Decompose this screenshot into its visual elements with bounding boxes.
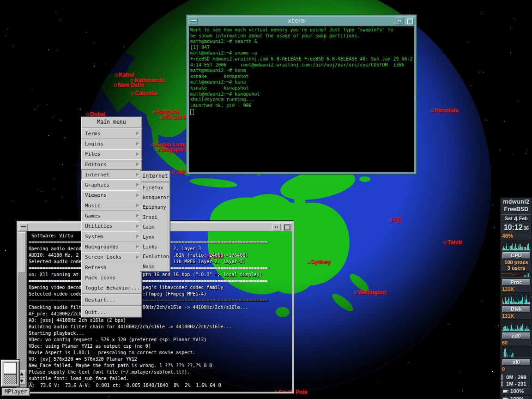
xterm-titlebar[interactable]: xterm	[188, 16, 415, 25]
mplayer-desktop-icon[interactable]	[1, 360, 19, 387]
menu-item-terms[interactable]: Terms	[81, 128, 142, 139]
graph-bar	[510, 349, 510, 357]
maximize-button[interactable]	[405, 18, 414, 24]
city-label: Dubai	[90, 111, 105, 117]
terminal-line: ksnake ksnapshot	[190, 74, 414, 80]
menu-item-refresh[interactable]: Refresh	[81, 262, 142, 272]
desktop: KabulKathmanduNew DelhiCalcuttaDubaiBang…	[0, 0, 532, 399]
iconify-button[interactable]	[189, 18, 198, 24]
graph-baseline	[502, 249, 530, 249]
menu-item-label: Toggle Behavior...	[85, 285, 140, 291]
menu-item-screen-locks[interactable]: Screen Locks	[81, 252, 142, 262]
terminal-line: VDec: vo config request - 576 x 320 (pre…	[29, 337, 292, 343]
submenu-item-links[interactable]: Links	[140, 242, 170, 251]
mplayer-icon-label[interactable]: MPlayer	[2, 388, 30, 396]
submenu-item-lynx[interactable]: Lynx	[140, 232, 170, 242]
main-menu-title: Main menu	[82, 117, 141, 128]
main-menu: Main menu TermsLoginsFilesEditorsInterne…	[81, 117, 142, 317]
menu-item-toggle-behavior[interactable]: Toggle Behavior...	[81, 283, 142, 293]
submenu-item-evolution[interactable]: Evolution	[140, 252, 170, 261]
xterm-output-area[interactable]: Want to see how much virtual memory you'…	[189, 26, 414, 172]
graph-bar	[530, 272, 530, 277]
date-month: Feb	[519, 216, 528, 221]
text-cursor	[190, 109, 194, 115]
graph-bar	[508, 354, 508, 357]
xl0-value: 0	[501, 366, 532, 372]
menu-item-logins[interactable]: Logins	[81, 139, 142, 149]
memory-row: 0M - 398	[502, 375, 531, 380]
city-marker-icon	[389, 218, 392, 222]
menu-item-label: Refresh	[85, 265, 106, 271]
menu-item-quit[interactable]: Quit...	[81, 307, 142, 317]
terminal-line: matt@mdwuni2:~# ksna	[190, 68, 414, 74]
power-row: 100%	[502, 387, 531, 394]
menu-item-graphics[interactable]: Graphics	[81, 180, 142, 190]
terminal-line: FreeBSD mdwuni2.wraithnj.com 6.0-RELEASE…	[190, 56, 414, 62]
maximize-button[interactable]	[283, 224, 291, 230]
xterm-title: xterm	[199, 18, 394, 24]
menu-item-utilities[interactable]: Utilities	[81, 221, 142, 231]
graph-bar	[507, 352, 507, 357]
menu-item-label: Links	[143, 244, 157, 249]
submenu-item-epiphany[interactable]: Epiphany	[140, 202, 170, 212]
menu-item-label: Graphics	[85, 182, 109, 188]
terminal-line: AF_pre: 44100Hz/2ch/s16le	[29, 311, 292, 317]
cpu-button[interactable]: CPU	[502, 252, 531, 259]
menu-item-system[interactable]: System	[81, 231, 142, 242]
disk-button[interactable]: Disk	[502, 305, 531, 313]
graph-bar	[511, 355, 512, 357]
menu-item-label: Terms	[85, 131, 100, 137]
proc-button[interactable]: Proc	[502, 278, 531, 286]
internet-submenu-title: Internet	[141, 171, 169, 182]
graph-bar	[524, 275, 525, 277]
menu-item-editors[interactable]: Editors	[81, 159, 142, 169]
scroll-down-button[interactable]	[18, 378, 25, 385]
graph-bar	[526, 275, 526, 277]
submenu-item-konqueror[interactable]: konqueror	[140, 192, 170, 202]
submenu-item-gaim[interactable]: Gaim	[140, 222, 170, 232]
graph-bar	[504, 349, 505, 357]
scroll-up-button[interactable]	[18, 370, 25, 377]
menu-item-music[interactable]: Music	[81, 200, 142, 211]
city-label: Fiji	[393, 217, 401, 223]
terminal-line: vo: X11 running at 532x399 with de pth …	[29, 272, 292, 278]
maximize-icon	[407, 18, 413, 24]
graph-bar	[530, 298, 530, 304]
submenu-arrow-icon	[136, 235, 139, 238]
ad0-button[interactable]: ad0	[502, 332, 531, 339]
city-marker-icon	[443, 241, 447, 244]
iconify-button[interactable]	[19, 224, 28, 230]
power-row: 100%	[502, 395, 531, 399]
xterm-window[interactable]: xterm Want to see how much virtual memor…	[187, 15, 417, 174]
menu-item-viewers[interactable]: Viewers	[81, 190, 142, 200]
monitor-icon-base	[4, 374, 17, 384]
disk-value: 131K	[501, 313, 532, 319]
submenu-item-naim[interactable]: Naim	[140, 261, 170, 271]
city-label: Tahiti	[447, 239, 462, 246]
scrollbar-thumb[interactable]	[18, 232, 25, 273]
graph-bar	[527, 272, 527, 277]
menu-item-backgrounds[interactable]: Backgrounds	[81, 242, 142, 252]
power-percent: 100%	[510, 388, 524, 394]
menu-item-games[interactable]: Games	[81, 211, 142, 221]
city-marker-icon	[354, 291, 357, 294]
submenu-arrow-icon	[136, 204, 139, 207]
menu-item-files[interactable]: Files	[81, 149, 142, 159]
city-marker-icon	[159, 116, 163, 119]
led-indicator	[502, 332, 503, 333]
xl0-button[interactable]: xl0	[502, 358, 531, 366]
terminal-line: Starting playback...	[29, 330, 292, 337]
maximize-small-button[interactable]	[395, 18, 404, 24]
menu-item-pack-icons[interactable]: Pack Icons	[81, 272, 142, 283]
maximize-small-icon	[275, 226, 278, 228]
maximize-small-button[interactable]	[272, 224, 281, 230]
submenu-item-irssi[interactable]: Irssi	[140, 212, 170, 222]
terminal-line	[190, 109, 414, 117]
city-label: Sydney	[311, 259, 331, 265]
submenu-item-firefox[interactable]: Firefox	[140, 182, 170, 192]
menu-item-label: Naim	[143, 264, 154, 269]
menu-item-restart[interactable]: Restart...	[81, 295, 142, 305]
menu-item-internet[interactable]: Internet	[81, 169, 142, 180]
menu-item-label: Screen Locks	[85, 254, 121, 260]
graph-bar	[503, 352, 503, 357]
